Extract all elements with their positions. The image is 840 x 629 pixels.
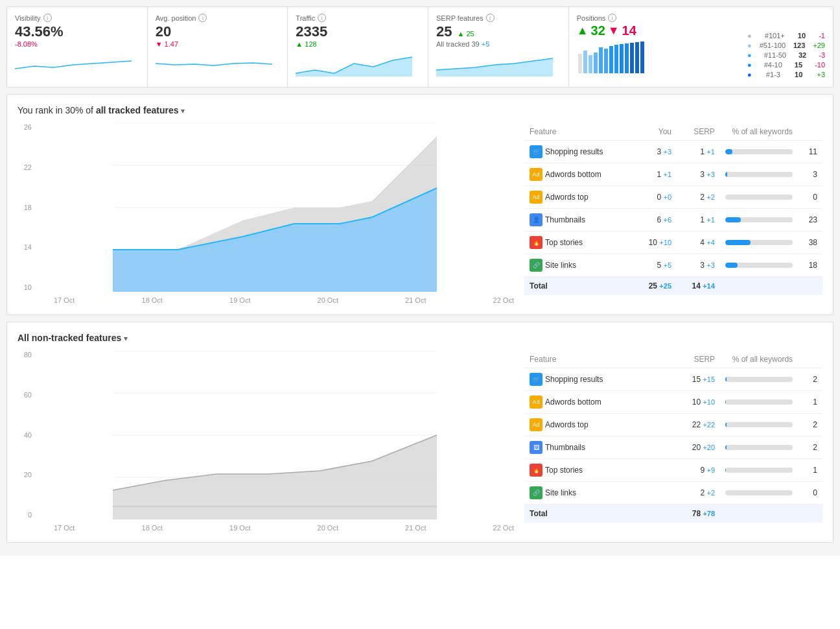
visibility-chart xyxy=(15,51,139,77)
tracked-serp-2: 2 +2 xyxy=(677,186,720,209)
tracked-feature-name-0: 🛒 Shopping results xyxy=(524,141,633,163)
traffic-card: Traffic i 2335 ▲ 128 xyxy=(288,7,428,87)
svg-rect-3 xyxy=(583,51,587,73)
non-tracked-table-row: 🔗 Site links 2 +2 0 xyxy=(524,482,822,504)
col-pct: % of all keywords xyxy=(720,123,798,141)
positions-chart-area: Positions i ▲ 32 ▼ 14 xyxy=(577,14,741,80)
y-label-22: 22 xyxy=(18,163,32,171)
nx-17oct: 17 Oct xyxy=(54,524,75,532)
tracked-title-strong: all tracked features xyxy=(96,105,179,115)
pos-dot-51: ● xyxy=(747,42,752,49)
pos-count-1: 10 xyxy=(795,71,802,78)
nt-bar-0 xyxy=(720,368,798,391)
nx-22oct: 22 Oct xyxy=(493,524,514,532)
serp-features-info-icon[interactable]: i xyxy=(486,14,495,22)
tracked-pct-5: 18 xyxy=(798,254,822,277)
y-label-14: 14 xyxy=(18,243,32,251)
pos-dot-101: ● xyxy=(747,32,752,40)
y-label-10: 10 xyxy=(18,283,32,291)
traffic-label: Traffic xyxy=(296,14,315,22)
nt-col-pct-num xyxy=(798,351,822,368)
nt-feature-name-0: 🛒 Shopping results xyxy=(524,368,664,391)
tracked-table-row: 🛒 Shopping results 3 +3 1 +1 11 xyxy=(524,141,822,163)
tracked-serp-5: 3 +3 xyxy=(677,254,720,277)
non-tracked-chevron[interactable]: ▾ xyxy=(124,334,128,343)
dashboard: Visibility i 43.56% -8.08% Avg. position… xyxy=(0,0,840,556)
pos-label-1: #1-3 xyxy=(766,71,780,78)
pos-count-4: 15 xyxy=(795,61,802,69)
x-label-17oct: 17 Oct xyxy=(54,296,75,304)
serp-features-chart xyxy=(436,51,561,77)
non-tracked-features-header: All non-tracked features ▾ xyxy=(18,333,822,343)
non-tracked-total-row: Total 78 +78 xyxy=(524,504,822,523)
non-tracked-chart-svg-container: 17 Oct 18 Oct 19 Oct 20 Oct 21 Oct 22 Oc… xyxy=(36,351,514,532)
non-tracked-table-row: 🖼 Thumbnails 20 +20 2 xyxy=(524,436,822,459)
nt-feature-name-1: Ad Adwords bottom xyxy=(524,391,664,414)
pos-count-11: 32 xyxy=(799,51,806,59)
visibility-card: Visibility i 43.56% -8.08% xyxy=(7,7,148,87)
x-label-18oct: 18 Oct xyxy=(142,296,163,304)
svg-rect-11 xyxy=(625,43,629,73)
visibility-label: Visibility xyxy=(15,14,41,22)
positions-label: Positions xyxy=(577,14,606,22)
traffic-info-icon[interactable]: i xyxy=(318,14,326,22)
pos-dot-11: ● xyxy=(747,51,752,59)
svg-rect-5 xyxy=(594,53,598,73)
non-tracked-chart-area: 80 60 40 20 0 xyxy=(18,351,514,532)
svg-rect-9 xyxy=(614,45,618,73)
tracked-pct-0: 11 xyxy=(798,141,822,163)
tracked-features-content: 26 22 18 14 10 xyxy=(18,123,822,304)
nx-20oct: 20 Oct xyxy=(318,524,338,532)
tracked-table-row: 🔥 Top stories 10 +10 4 +4 38 xyxy=(524,231,822,254)
nt-bar-2 xyxy=(720,414,798,436)
tracked-bar-3 xyxy=(720,209,798,231)
serp-features-sub-delta: +5 xyxy=(482,40,490,48)
nt-serp-4: 9 +9 xyxy=(664,459,720,482)
svg-rect-10 xyxy=(620,44,624,73)
tracked-chevron[interactable]: ▾ xyxy=(181,106,185,115)
positions-info-icon[interactable]: i xyxy=(608,14,616,22)
avg-position-card: Avg. position i 20 ▼ 1.47 xyxy=(148,7,288,87)
nt-bar-5 xyxy=(720,482,798,504)
pos-delta-4: -10 xyxy=(815,61,825,69)
visibility-info-icon[interactable]: i xyxy=(43,14,52,22)
tracked-table-area: Feature You SERP % of all keywords 🛒 Sho… xyxy=(524,123,822,304)
ny-60: 60 xyxy=(18,391,32,399)
nt-serp-5: 2 +2 xyxy=(664,482,720,504)
x-label-22oct: 22 Oct xyxy=(493,296,514,304)
nt-col-pct: % of all keywords xyxy=(720,351,798,368)
ny-80: 80 xyxy=(18,351,32,359)
avg-position-chart xyxy=(156,51,280,77)
tracked-chart-wrapper: 26 22 18 14 10 xyxy=(18,123,514,304)
x-label-20oct: 20 Oct xyxy=(318,296,338,304)
tracked-feature-name-2: Ad Adwords top xyxy=(524,186,633,209)
col-serp: SERP xyxy=(677,123,720,141)
serp-features-card: SERP features i 25 ▲ 25 All tracked 39 +… xyxy=(428,7,569,87)
tracked-you-3: 6 +6 xyxy=(633,209,677,231)
nt-bar-1 xyxy=(720,391,798,414)
tracked-bar-0 xyxy=(720,141,798,163)
pos-delta-101: -1 xyxy=(819,32,825,40)
avg-position-delta: ▼ 1.47 xyxy=(156,40,280,48)
tracked-features-header: You rank in 30% of all tracked features … xyxy=(18,105,822,115)
non-tracked-feature-table: Feature SERP % of all keywords 🛒 Shoppin… xyxy=(524,351,822,523)
positions-red-arrow: ▼ xyxy=(608,24,620,38)
tracked-feature-name-4: 🔥 Top stories xyxy=(524,231,633,254)
svg-rect-6 xyxy=(599,47,603,73)
pos-label-4: #4-10 xyxy=(764,61,782,69)
y-label-18: 18 xyxy=(18,204,32,211)
col-you: You xyxy=(633,123,677,141)
nt-pct-1: 1 xyxy=(798,391,822,414)
positions-card: Positions i ▲ 32 ▼ 14 xyxy=(569,7,833,87)
avg-position-info-icon[interactable]: i xyxy=(198,14,207,22)
tracked-bar-4 xyxy=(720,231,798,254)
tracked-total-label: Total xyxy=(524,277,633,296)
tracked-x-axis: 17 Oct 18 Oct 19 Oct 20 Oct 21 Oct 22 Oc… xyxy=(36,294,514,304)
ny-0: 0 xyxy=(18,511,32,519)
nx-21oct: 21 Oct xyxy=(405,524,426,532)
non-tracked-chart-svg xyxy=(36,351,514,519)
svg-rect-13 xyxy=(635,42,639,73)
svg-rect-14 xyxy=(640,42,644,73)
tracked-bar-1 xyxy=(720,163,798,186)
x-label-21oct: 21 Oct xyxy=(405,296,426,304)
